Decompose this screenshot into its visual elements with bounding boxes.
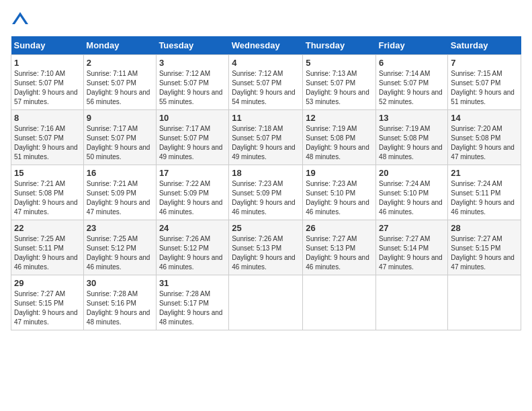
- day-cell: 31Sunrise: 7:28 AMSunset: 5:17 PMDayligh…: [156, 275, 228, 330]
- day-cell: [303, 275, 376, 330]
- day-number: 12: [306, 113, 373, 123]
- day-info: Sunrise: 7:12 AMSunset: 5:07 PMDaylight:…: [159, 69, 226, 107]
- header-cell-wednesday: Wednesday: [229, 36, 303, 55]
- day-cell: 15Sunrise: 7:21 AMSunset: 5:08 PMDayligh…: [11, 165, 84, 220]
- day-info: Sunrise: 7:17 AMSunset: 5:07 PMDaylight:…: [87, 124, 153, 162]
- header-cell-thursday: Thursday: [303, 36, 376, 55]
- week-row-3: 15Sunrise: 7:21 AMSunset: 5:08 PMDayligh…: [11, 165, 521, 220]
- day-cell: 1Sunrise: 7:10 AMSunset: 5:07 PMDaylight…: [11, 55, 84, 110]
- day-cell: 17Sunrise: 7:22 AMSunset: 5:09 PMDayligh…: [156, 165, 228, 220]
- day-number: 4: [232, 58, 300, 68]
- day-cell: 3Sunrise: 7:12 AMSunset: 5:07 PMDaylight…: [156, 55, 228, 110]
- day-number: 2: [87, 58, 153, 68]
- day-number: 17: [159, 168, 226, 178]
- day-cell: [448, 275, 521, 330]
- week-row-1: 1Sunrise: 7:10 AMSunset: 5:07 PMDaylight…: [11, 55, 521, 110]
- day-cell: 13Sunrise: 7:19 AMSunset: 5:08 PMDayligh…: [376, 110, 448, 165]
- day-cell: 29Sunrise: 7:27 AMSunset: 5:15 PMDayligh…: [11, 275, 84, 330]
- day-number: 29: [14, 278, 81, 288]
- day-cell: 8Sunrise: 7:16 AMSunset: 5:07 PMDaylight…: [11, 110, 84, 165]
- day-info: Sunrise: 7:27 AMSunset: 5:15 PMDaylight:…: [451, 234, 518, 272]
- day-number: 25: [232, 223, 300, 233]
- day-info: Sunrise: 7:22 AMSunset: 5:09 PMDaylight:…: [159, 179, 226, 217]
- day-cell: 2Sunrise: 7:11 AMSunset: 5:07 PMDaylight…: [83, 55, 156, 110]
- day-info: Sunrise: 7:10 AMSunset: 5:07 PMDaylight:…: [14, 69, 81, 107]
- day-info: Sunrise: 7:24 AMSunset: 5:11 PMDaylight:…: [451, 179, 518, 217]
- header-cell-tuesday: Tuesday: [156, 36, 228, 55]
- day-info: Sunrise: 7:13 AMSunset: 5:07 PMDaylight:…: [306, 69, 373, 107]
- day-number: 22: [14, 223, 81, 233]
- day-info: Sunrise: 7:27 AMSunset: 5:14 PMDaylight:…: [379, 234, 445, 272]
- day-info: Sunrise: 7:27 AMSunset: 5:13 PMDaylight:…: [306, 234, 373, 272]
- week-row-5: 29Sunrise: 7:27 AMSunset: 5:15 PMDayligh…: [11, 275, 521, 330]
- day-cell: 22Sunrise: 7:25 AMSunset: 5:11 PMDayligh…: [11, 220, 84, 275]
- logo[interactable]: [11, 11, 32, 30]
- day-number: 3: [159, 58, 226, 68]
- header-cell-sunday: Sunday: [11, 36, 84, 55]
- calendar-body: 1Sunrise: 7:10 AMSunset: 5:07 PMDaylight…: [11, 55, 521, 330]
- day-info: Sunrise: 7:28 AMSunset: 5:16 PMDaylight:…: [87, 289, 153, 327]
- day-number: 24: [159, 223, 226, 233]
- page-header: [11, 11, 521, 30]
- day-info: Sunrise: 7:15 AMSunset: 5:07 PMDaylight:…: [451, 69, 518, 107]
- calendar-header: SundayMondayTuesdayWednesdayThursdayFrid…: [11, 36, 521, 55]
- day-cell: 14Sunrise: 7:20 AMSunset: 5:08 PMDayligh…: [448, 110, 521, 165]
- day-cell: 21Sunrise: 7:24 AMSunset: 5:11 PMDayligh…: [448, 165, 521, 220]
- day-cell: [229, 275, 303, 330]
- day-info: Sunrise: 7:19 AMSunset: 5:08 PMDaylight:…: [379, 124, 445, 162]
- day-number: 7: [451, 58, 518, 68]
- day-info: Sunrise: 7:25 AMSunset: 5:12 PMDaylight:…: [87, 234, 153, 272]
- day-number: 11: [232, 113, 300, 123]
- day-cell: 20Sunrise: 7:24 AMSunset: 5:10 PMDayligh…: [376, 165, 448, 220]
- day-cell: 10Sunrise: 7:17 AMSunset: 5:07 PMDayligh…: [156, 110, 228, 165]
- day-number: 16: [87, 168, 153, 178]
- day-info: Sunrise: 7:14 AMSunset: 5:07 PMDaylight:…: [379, 69, 445, 107]
- day-info: Sunrise: 7:25 AMSunset: 5:11 PMDaylight:…: [14, 234, 81, 272]
- day-number: 27: [379, 223, 445, 233]
- day-info: Sunrise: 7:26 AMSunset: 5:13 PMDaylight:…: [232, 234, 300, 272]
- day-info: Sunrise: 7:21 AMSunset: 5:09 PMDaylight:…: [87, 179, 153, 217]
- day-cell: 5Sunrise: 7:13 AMSunset: 5:07 PMDaylight…: [303, 55, 376, 110]
- day-info: Sunrise: 7:21 AMSunset: 5:08 PMDaylight:…: [14, 179, 81, 217]
- day-cell: 4Sunrise: 7:12 AMSunset: 5:07 PMDaylight…: [229, 55, 303, 110]
- logo-icon: [11, 11, 30, 30]
- day-info: Sunrise: 7:23 AMSunset: 5:10 PMDaylight:…: [306, 179, 373, 217]
- day-number: 5: [306, 58, 373, 68]
- day-cell: 7Sunrise: 7:15 AMSunset: 5:07 PMDaylight…: [448, 55, 521, 110]
- day-number: 6: [379, 58, 445, 68]
- week-row-4: 22Sunrise: 7:25 AMSunset: 5:11 PMDayligh…: [11, 220, 521, 275]
- day-info: Sunrise: 7:17 AMSunset: 5:07 PMDaylight:…: [159, 124, 226, 162]
- day-cell: 30Sunrise: 7:28 AMSunset: 5:16 PMDayligh…: [83, 275, 156, 330]
- header-cell-saturday: Saturday: [448, 36, 521, 55]
- day-info: Sunrise: 7:26 AMSunset: 5:12 PMDaylight:…: [159, 234, 226, 272]
- day-cell: 6Sunrise: 7:14 AMSunset: 5:07 PMDaylight…: [376, 55, 448, 110]
- day-info: Sunrise: 7:28 AMSunset: 5:17 PMDaylight:…: [159, 289, 226, 327]
- day-number: 31: [159, 278, 226, 288]
- day-number: 10: [159, 113, 226, 123]
- day-number: 15: [14, 168, 81, 178]
- day-cell: 26Sunrise: 7:27 AMSunset: 5:13 PMDayligh…: [303, 220, 376, 275]
- day-number: 26: [306, 223, 373, 233]
- day-info: Sunrise: 7:11 AMSunset: 5:07 PMDaylight:…: [87, 69, 153, 107]
- day-cell: 27Sunrise: 7:27 AMSunset: 5:14 PMDayligh…: [376, 220, 448, 275]
- day-number: 8: [14, 113, 81, 123]
- day-info: Sunrise: 7:27 AMSunset: 5:15 PMDaylight:…: [14, 289, 81, 327]
- day-number: 30: [87, 278, 153, 288]
- day-info: Sunrise: 7:19 AMSunset: 5:08 PMDaylight:…: [306, 124, 373, 162]
- day-number: 9: [87, 113, 153, 123]
- day-number: 14: [451, 113, 518, 123]
- day-cell: [376, 275, 448, 330]
- day-info: Sunrise: 7:24 AMSunset: 5:10 PMDaylight:…: [379, 179, 445, 217]
- day-cell: 16Sunrise: 7:21 AMSunset: 5:09 PMDayligh…: [83, 165, 156, 220]
- header-row: SundayMondayTuesdayWednesdayThursdayFrid…: [11, 36, 521, 55]
- day-number: 20: [379, 168, 445, 178]
- day-cell: 12Sunrise: 7:19 AMSunset: 5:08 PMDayligh…: [303, 110, 376, 165]
- day-info: Sunrise: 7:18 AMSunset: 5:07 PMDaylight:…: [232, 124, 300, 162]
- day-number: 19: [306, 168, 373, 178]
- day-info: Sunrise: 7:12 AMSunset: 5:07 PMDaylight:…: [232, 69, 300, 107]
- day-cell: 19Sunrise: 7:23 AMSunset: 5:10 PMDayligh…: [303, 165, 376, 220]
- day-number: 28: [451, 223, 518, 233]
- day-cell: 11Sunrise: 7:18 AMSunset: 5:07 PMDayligh…: [229, 110, 303, 165]
- day-cell: 28Sunrise: 7:27 AMSunset: 5:15 PMDayligh…: [448, 220, 521, 275]
- day-info: Sunrise: 7:16 AMSunset: 5:07 PMDaylight:…: [14, 124, 81, 162]
